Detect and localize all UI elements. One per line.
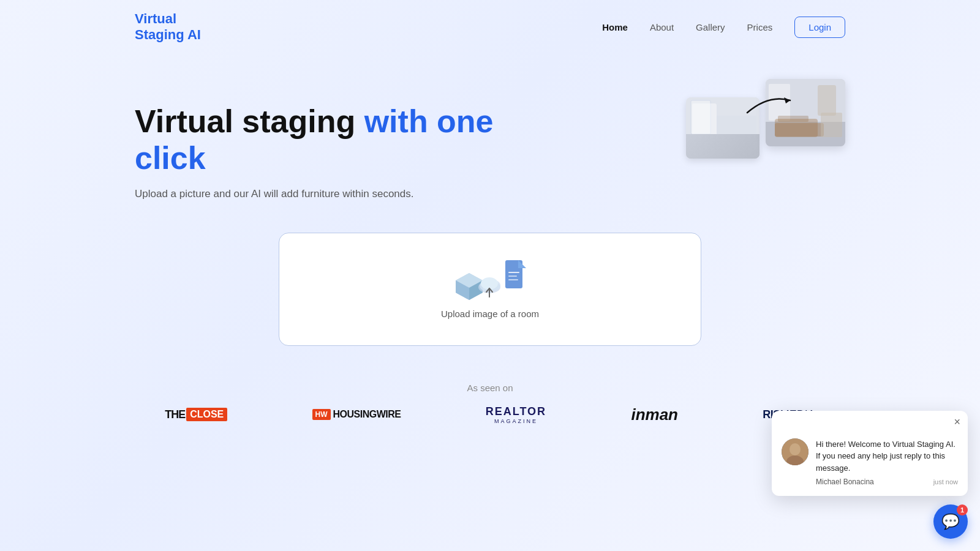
nav-prices[interactable]: Prices — [747, 22, 773, 32]
svg-marker-11 — [784, 97, 790, 103]
brand-inman: inman — [631, 405, 678, 424]
file-icon — [505, 260, 527, 289]
brand-theclose: THE CLOSE — [165, 408, 227, 421]
brands-row: THE CLOSE HW HOUSINGWIRE REALTORMAGAZINE… — [135, 405, 845, 424]
nav-gallery[interactable]: Gallery — [696, 22, 725, 32]
svg-rect-1 — [691, 100, 710, 134]
hero-image — [686, 79, 845, 177]
chat-header: × — [772, 411, 968, 433]
svg-rect-22 — [508, 272, 519, 273]
svg-rect-23 — [508, 276, 517, 277]
svg-rect-4 — [717, 116, 756, 143]
chat-time: just now — [933, 478, 958, 485]
svg-rect-2 — [691, 100, 710, 134]
svg-rect-3 — [686, 135, 760, 159]
chat-avatar — [782, 438, 809, 465]
login-button[interactable]: Login — [794, 17, 845, 38]
brands-seen-on-label: As seen on — [135, 383, 845, 393]
cloud-upload-icon — [475, 270, 504, 299]
brand-realtor: REALTORMAGAZINE — [486, 405, 546, 424]
upload-label: Upload image of a room — [441, 309, 539, 319]
hero-subtitle: Upload a picture and our AI will add fur… — [135, 186, 502, 202]
navbar: Virtual Staging AI Home About Gallery Pr… — [0, 0, 980, 54]
chat-content: Hi there! Welcome to Virtual Staging AI.… — [816, 438, 958, 487]
before-after-arrow — [744, 91, 793, 116]
chat-popup: × Hi there! Welcome to Virtual Staging A… — [772, 411, 968, 497]
svg-rect-24 — [508, 279, 518, 280]
upload-box[interactable]: Upload image of a room — [279, 233, 701, 346]
nav-links: Home About Gallery Prices Login — [602, 17, 845, 38]
svg-rect-9 — [821, 113, 842, 137]
chat-meta: Michael Bonacina just now — [816, 478, 958, 486]
nav-home[interactable]: Home — [602, 22, 628, 32]
chat-body: Hi there! Welcome to Virtual Staging AI.… — [772, 433, 968, 497]
hero-section: Virtual staging with one click Upload a … — [0, 54, 980, 220]
hero-title: Virtual staging with one click — [135, 103, 502, 177]
brand-housingwire: HW HOUSINGWIRE — [312, 409, 401, 420]
chat-message: Hi there! Welcome to Virtual Staging AI.… — [816, 438, 958, 474]
logo[interactable]: Virtual Staging AI — [135, 11, 201, 43]
svg-rect-8 — [775, 123, 824, 137]
svg-rect-10 — [778, 116, 809, 122]
chat-fab-button[interactable]: 💬 1 — [933, 504, 968, 539]
chat-close-button[interactable]: × — [954, 416, 960, 429]
chat-badge: 1 — [957, 504, 968, 515]
nav-about[interactable]: About — [650, 22, 674, 32]
chat-agent-name: Michael Bonacina — [816, 478, 874, 486]
agent-avatar-image — [782, 438, 809, 465]
chat-fab-icon: 💬 — [941, 513, 960, 530]
hero-text: Virtual staging with one click Upload a … — [135, 91, 502, 202]
svg-point-26 — [790, 443, 801, 455]
upload-section: Upload image of a room — [0, 220, 980, 370]
upload-icons — [453, 260, 527, 302]
